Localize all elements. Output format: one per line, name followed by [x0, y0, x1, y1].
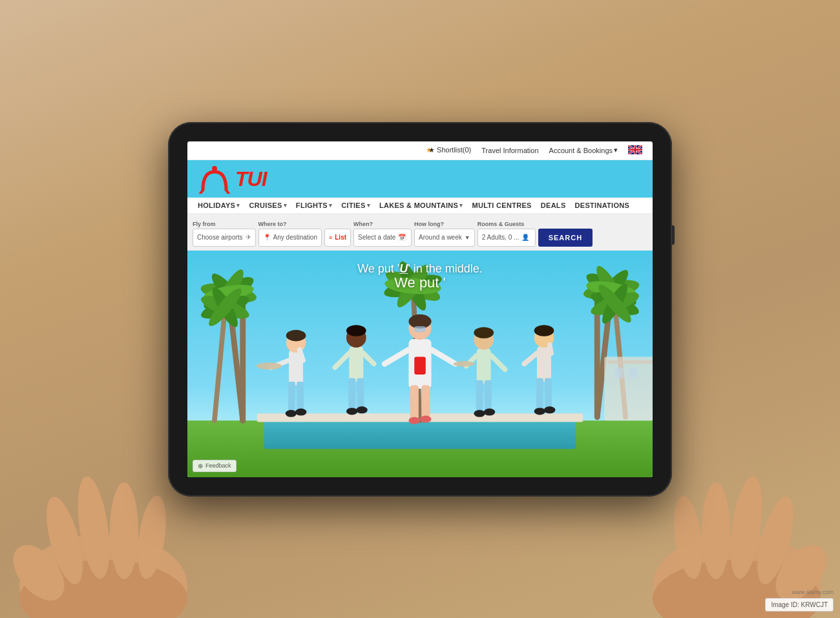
search-button[interactable]: SEARCH — [538, 229, 593, 247]
how-long-value: Around a week — [419, 234, 462, 241]
nav-flights[interactable]: FLIGHTS ▾ — [296, 201, 332, 209]
svg-point-51 — [346, 325, 366, 336]
list-toggle[interactable]: ≡ List — [324, 229, 351, 247]
svg-line-45 — [300, 349, 303, 360]
nav-destinations-label: DESTINATIONS — [575, 201, 630, 209]
image-id-badge: Image ID: KRWCJT — [765, 598, 834, 612]
tagline-text2: ' in the middle. — [408, 262, 483, 275]
tui-website: ★ ★ Shortlist(0) Travel Information Acco… — [187, 141, 653, 477]
where-to-value: Any destination — [273, 234, 317, 241]
svg-point-66 — [408, 417, 420, 424]
nav-cruises-label: CRUISES — [249, 201, 282, 209]
svg-point-1 — [212, 166, 217, 171]
nav-flights-label: FLIGHTS — [296, 201, 328, 209]
nav-cities-label: CITIES — [341, 201, 365, 209]
fly-from-input[interactable]: Choose airports ✈ — [193, 229, 256, 247]
svg-rect-65 — [421, 385, 430, 420]
nav-deals[interactable]: DEALS — [541, 201, 566, 209]
chevron-down-icon: ▾ — [367, 202, 370, 209]
svg-rect-72 — [476, 380, 483, 411]
list-label: List — [335, 234, 346, 241]
nav-destinations[interactable]: DESTINATIONS — [575, 201, 630, 209]
hero-tagline: We put 'U' in the middle. — [187, 262, 653, 276]
shortlist-label: ★ Shortlist(0) — [428, 146, 471, 154]
rooms-input[interactable]: 2 Adults, 0 ... 👤 — [478, 229, 536, 247]
account-label: Account & Bookings — [549, 147, 613, 154]
how-long-input[interactable]: Around a week ▼ — [414, 229, 475, 247]
search-bar: Fly from Choose airports ✈ Where to? 📍 A… — [187, 214, 653, 251]
where-to-input[interactable]: 📍 Any destination — [258, 229, 322, 247]
tui-text-logo: TUI — [235, 167, 267, 191]
where-to-label: Where to? — [258, 221, 322, 227]
feedback-button[interactable]: ⊕ Feedback — [193, 460, 236, 472]
svg-point-87 — [544, 406, 556, 413]
svg-point-67 — [420, 415, 432, 422]
svg-rect-42 — [288, 381, 295, 413]
chevron-down-icon: ▾ — [236, 202, 240, 209]
alamy-watermark: www.alamy.com — [792, 589, 834, 595]
rooms-label: Rooms & Guests — [478, 221, 536, 227]
svg-rect-69 — [477, 348, 491, 384]
chevron-down-icon: ▾ — [614, 146, 618, 154]
svg-point-71 — [474, 327, 494, 338]
svg-rect-52 — [348, 378, 355, 409]
hero-section: We put ' We put 'U' in the middle. ⊕ Fee… — [187, 251, 653, 477]
svg-rect-59 — [414, 356, 426, 374]
tui-logo[interactable]: TUI — [198, 165, 267, 194]
fly-from-value: Choose airports — [197, 234, 243, 241]
svg-point-76 — [454, 361, 475, 367]
svg-point-86 — [534, 407, 546, 415]
nav-holidays[interactable]: HOLIDAYS ▾ — [198, 201, 240, 209]
tagline-text1: We put ' — [357, 262, 399, 275]
svg-point-48 — [295, 408, 307, 415]
how-long-field: How long? Around a week ▼ — [414, 221, 475, 247]
fly-from-field: Fly from Choose airports ✈ — [193, 221, 256, 247]
tagline-u: U — [399, 262, 408, 275]
nav-multi-centres[interactable]: MULTI CENTRES — [472, 201, 531, 209]
svg-rect-64 — [410, 385, 419, 420]
account-link[interactable]: Account & Bookings ▾ — [549, 146, 618, 154]
travel-info-link[interactable]: Travel Information — [481, 147, 538, 154]
uk-flag-icon — [628, 145, 642, 156]
svg-point-57 — [356, 406, 368, 413]
plane-icon: ✈ — [246, 233, 251, 242]
feedback-label: Feedback — [205, 462, 231, 469]
nav-lakes[interactable]: LAKES & MOUNTAINS ▾ — [379, 201, 463, 209]
utility-bar: ★ ★ Shortlist(0) Travel Information Acco… — [187, 141, 653, 160]
when-label: When? — [353, 221, 412, 227]
rooms-value: 2 Adults, 0 ... — [482, 234, 520, 241]
svg-rect-49 — [349, 346, 363, 382]
svg-point-77 — [474, 409, 485, 417]
when-field: When? Select a date 📅 — [353, 221, 412, 247]
svg-rect-83 — [545, 378, 552, 409]
svg-rect-53 — [357, 378, 364, 409]
svg-rect-89 — [608, 360, 653, 364]
tablet-screen: ★ ★ Shortlist(0) Travel Information Acco… — [187, 141, 653, 477]
site-header: TUI — [187, 160, 653, 198]
nav-multi-centres-label: MULTI CENTRES — [472, 201, 531, 209]
feedback-icon: ⊕ — [198, 462, 203, 469]
when-input[interactable]: Select a date 📅 — [353, 229, 412, 247]
nav-deals-label: DEALS — [541, 201, 566, 209]
rooms-guests-field: Rooms & Guests 2 Adults, 0 ... 👤 — [478, 221, 536, 247]
chevron-down-icon: ▾ — [284, 202, 287, 209]
tui-symbol-icon — [198, 165, 231, 194]
svg-line-3 — [226, 190, 229, 194]
svg-rect-88 — [604, 356, 653, 420]
nav-bar: HOLIDAYS ▾ CRUISES ▾ FLIGHTS ▾ CITIES ▾ … — [187, 198, 653, 214]
svg-rect-91 — [629, 367, 638, 377]
nav-cruises[interactable]: CRUISES ▾ — [249, 201, 287, 209]
list-icon: ≡ — [329, 234, 332, 241]
nav-cities[interactable]: CITIES ▾ — [341, 201, 370, 209]
dropdown-arrow-icon: ▼ — [465, 234, 470, 241]
tablet-frame: ★ ★ Shortlist(0) Travel Information Acco… — [168, 122, 672, 497]
svg-line-85 — [550, 344, 551, 353]
svg-point-47 — [286, 409, 297, 417]
svg-rect-73 — [485, 380, 492, 411]
svg-point-56 — [346, 407, 358, 415]
chevron-down-icon: ▾ — [459, 202, 463, 209]
image-id-text: KRWCJT — [801, 601, 828, 608]
svg-point-46 — [257, 362, 282, 369]
svg-line-2 — [200, 190, 203, 194]
shortlist-link[interactable]: ★ ★ Shortlist(0) — [426, 146, 471, 154]
